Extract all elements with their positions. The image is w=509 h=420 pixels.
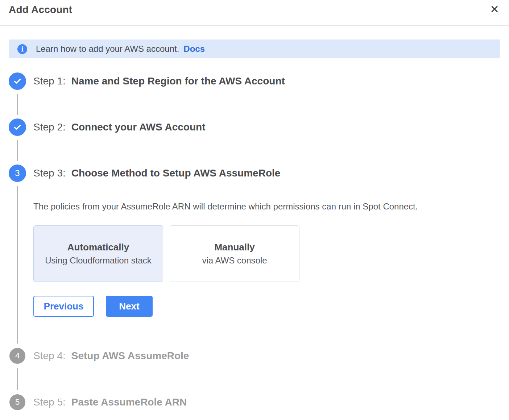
banner-text: Learn how to add your AWS account.	[36, 44, 179, 54]
step-1-complete-icon	[9, 72, 26, 90]
step-2-heading: Step 2:Connect your AWS Account	[33, 118, 500, 136]
method-card-manually[interactable]: Manually via AWS console	[170, 225, 299, 282]
method-subtitle: Using Cloudformation stack	[45, 255, 151, 266]
step-2-title: Connect your AWS Account	[71, 121, 206, 133]
method-card-automatically[interactable]: Automatically Using Cloudformation stack	[33, 225, 163, 282]
step-3-description: The policies from your AssumeRole ARN wi…	[33, 201, 500, 212]
step-1-rail	[9, 72, 26, 118]
step-3-actions: Previous Next	[33, 296, 500, 317]
step-4-label: Step 4:	[33, 350, 66, 361]
step-1-title: Name and Step Region for the AWS Account	[71, 75, 285, 87]
previous-button[interactable]: Previous	[33, 296, 94, 317]
step-4-number-badge: 4	[9, 348, 25, 364]
step-3-rail: 3	[9, 165, 26, 347]
step-3-number-badge: 3	[9, 165, 26, 182]
add-account-modal: Add Account ✕ i Learn how to add your AW…	[0, 0, 509, 420]
method-cards: Automatically Using Cloudformation stack…	[33, 225, 500, 282]
step-1: Step 1:Name and Step Region for the AWS …	[9, 72, 500, 118]
step-2-label: Step 2:	[33, 121, 66, 133]
checkmark-icon	[13, 76, 22, 86]
step-5-number-badge: 5	[9, 394, 25, 410]
info-banner: i Learn how to add your AWS account. Doc…	[9, 39, 500, 58]
step-connector	[17, 140, 18, 161]
page-title: Add Account	[9, 4, 72, 16]
step-connector	[17, 94, 18, 115]
step-2: Step 2:Connect your AWS Account	[9, 118, 500, 165]
checkmark-icon	[13, 122, 22, 132]
docs-link[interactable]: Docs	[183, 44, 205, 54]
step-5-label: Step 5:	[33, 396, 66, 408]
step-5-rail: 5	[9, 394, 26, 419]
method-title: Manually	[214, 242, 255, 253]
step-1-heading: Step 1:Name and Step Region for the AWS …	[33, 72, 500, 90]
step-4: 4 Step 4:Setup AWS AssumeRole	[9, 347, 500, 394]
step-3-title: Choose Method to Setup AWS AssumeRole	[71, 167, 281, 179]
step-connector	[17, 368, 18, 390]
info-icon: i	[17, 44, 27, 54]
method-subtitle: via AWS console	[202, 255, 267, 266]
step-1-label: Step 1:	[33, 75, 66, 87]
method-title: Automatically	[67, 242, 129, 253]
step-2-rail	[9, 118, 26, 165]
step-5: 5 Step 5:Paste AssumeRole ARN	[9, 394, 500, 419]
step-5-heading: Step 5:Paste AssumeRole ARN	[33, 394, 500, 411]
stepper: Step 1:Name and Step Region for the AWS …	[0, 72, 509, 419]
step-3: 3 Step 3:Choose Method to Setup AWS Assu…	[9, 165, 500, 347]
modal-header: Add Account ✕	[0, 0, 509, 26]
step-4-rail: 4	[9, 347, 26, 394]
next-button[interactable]: Next	[106, 296, 153, 317]
step-4-title: Setup AWS AssumeRole	[71, 350, 189, 361]
step-4-heading: Step 4:Setup AWS AssumeRole	[33, 347, 500, 365]
step-3-label: Step 3:	[33, 167, 66, 179]
step-3-heading: Step 3:Choose Method to Setup AWS Assume…	[33, 165, 500, 182]
step-5-title: Paste AssumeRole ARN	[71, 396, 187, 408]
close-icon[interactable]: ✕	[487, 1, 502, 17]
step-2-complete-icon	[9, 118, 26, 136]
step-connector	[17, 186, 18, 344]
